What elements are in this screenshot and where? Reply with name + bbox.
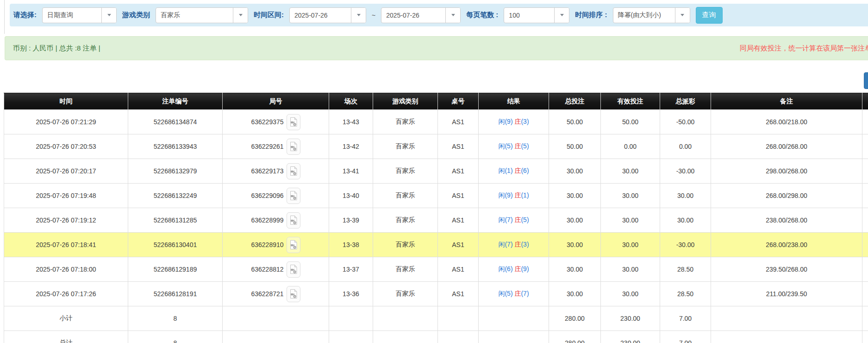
cell-bet-id: 522686133943 xyxy=(128,134,223,159)
video-replay-button[interactable] xyxy=(287,163,300,179)
caret-glyph xyxy=(451,14,455,16)
cell-payout: 28.50 xyxy=(660,257,711,282)
cell-valid-bet: 30.00 xyxy=(601,159,660,184)
cell-total-bet[interactable]: 30.00 xyxy=(549,282,601,306)
cell-table-no: AS1 xyxy=(438,233,479,257)
result-banker-num: (9) xyxy=(521,265,529,273)
result-player: 闲(7) xyxy=(498,241,514,248)
export-button[interactable] xyxy=(864,72,868,89)
table-body: 2025-07-26 07:21:29 522686134874 6362293… xyxy=(4,110,868,306)
video-replay-button[interactable] xyxy=(287,139,300,155)
cell-round: 636229096 xyxy=(251,192,283,199)
cell-time: 2025-07-26 07:21:29 xyxy=(4,110,128,134)
cell-total-bet[interactable]: 30.00 xyxy=(549,233,601,257)
cell-total-bet[interactable]: 30.00 xyxy=(549,257,601,282)
col-stub xyxy=(862,93,868,110)
bets-table: 时间 注单编号 局号 场次 游戏类别 桌号 结果 总投注 有效投注 总派彩 备注… xyxy=(4,93,868,343)
cell-valid-bet: 0.00 xyxy=(601,134,660,159)
video-replay-button[interactable] xyxy=(287,212,300,229)
search-button[interactable]: 查询 xyxy=(696,7,723,24)
video-file-icon xyxy=(289,264,298,274)
currency-total-text: 币别 : 人民币 | 总共 :8 注单 | xyxy=(13,37,100,60)
cell-payout: 0.00 xyxy=(660,134,711,159)
query-type-select[interactable]: 日期查询 xyxy=(42,7,117,23)
cell-result: 闲(9) 庄(1) xyxy=(479,184,549,208)
video-replay-button[interactable] xyxy=(287,237,300,253)
chevron-down-icon[interactable] xyxy=(554,8,569,23)
page-size-select[interactable]: 100 xyxy=(504,7,569,23)
cell-total-bet[interactable]: 50.00 xyxy=(549,110,601,134)
cell-valid-bet: 30.00 xyxy=(601,184,660,208)
subtotal-valid-bet: 230.00 xyxy=(601,306,660,331)
cell-round: 636228910 xyxy=(251,241,283,248)
col-remark: 备注 xyxy=(711,93,862,110)
date-from-select[interactable]: 2025-07-26 xyxy=(289,7,366,23)
cell-valid-bet: 30.00 xyxy=(601,233,660,257)
cell-time: 2025-07-26 07:20:17 xyxy=(4,159,128,184)
cell-payout: 30.00 xyxy=(660,184,711,208)
chevron-down-icon[interactable] xyxy=(445,8,460,23)
cell-result: 闲(6) 庄(9) xyxy=(479,257,549,282)
cell-result: 闲(5) 庄(5) xyxy=(479,134,549,159)
video-file-icon xyxy=(289,166,298,176)
subtotal-total-bet: 280.00 xyxy=(549,306,601,331)
cell-total-bet[interactable]: 30.00 xyxy=(549,208,601,233)
date-to-select[interactable]: 2025-07-26 xyxy=(381,7,461,23)
table-row: 2025-07-26 07:19:12 522686131285 6362289… xyxy=(4,208,868,233)
cell-round: 636228812 xyxy=(251,266,283,273)
total-valid-bet: 230.00 xyxy=(601,331,660,343)
chevron-down-icon[interactable] xyxy=(351,8,366,23)
game-category-value: 百家乐 xyxy=(156,11,233,19)
total-total-bet: 280.00 xyxy=(549,331,601,343)
total-payout: 7.00 xyxy=(660,331,711,343)
time-sort-select[interactable]: 降幂(由大到小) xyxy=(613,7,690,23)
game-category-label: 游戏类别 xyxy=(122,11,150,19)
cell-total-bet[interactable]: 30.00 xyxy=(549,159,601,184)
cell-session: 13-39 xyxy=(329,208,373,233)
col-round: 局号 xyxy=(223,93,329,110)
result-banker-num: (3) xyxy=(521,118,529,125)
cell-time: 2025-07-26 07:20:53 xyxy=(4,134,128,159)
chevron-down-icon[interactable] xyxy=(675,8,690,23)
result-banker: 庄 xyxy=(514,167,521,174)
query-type-value: 日期查询 xyxy=(43,11,101,19)
video-replay-button[interactable] xyxy=(287,286,300,302)
col-game: 游戏类别 xyxy=(373,93,438,110)
summary-bar: 币别 : 人民币 | 总共 :8 注单 | 同局有效投注，统一计算在该局第一张注… xyxy=(5,36,868,60)
cell-time: 2025-07-26 07:17:26 xyxy=(4,282,128,306)
cell-bet-id: 522686131285 xyxy=(128,208,223,233)
cell-remark: 268.00/268.00 xyxy=(711,134,862,159)
cell-remark: 211.00/239.50 xyxy=(711,282,862,306)
result-player: 闲(5) xyxy=(498,142,514,150)
cell-game: 百家乐 xyxy=(373,257,438,282)
video-replay-button[interactable] xyxy=(287,188,300,204)
cell-game: 百家乐 xyxy=(373,233,438,257)
total-row: 总计 8 280.00 230.00 7.00 xyxy=(4,331,868,343)
result-banker: 庄 xyxy=(514,216,521,223)
col-time: 时间 xyxy=(4,93,128,110)
video-file-icon xyxy=(289,289,298,299)
result-banker: 庄 xyxy=(514,265,521,273)
page-size-value: 100 xyxy=(504,12,554,19)
result-banker: 庄 xyxy=(514,118,521,125)
cell-round: 636229261 xyxy=(251,143,283,150)
cell-game: 百家乐 xyxy=(373,134,438,159)
cell-valid-bet: 30.00 xyxy=(601,257,660,282)
col-result: 结果 xyxy=(479,93,549,110)
cell-remark: 268.00/238.00 xyxy=(711,233,862,257)
chevron-down-icon[interactable] xyxy=(101,8,116,23)
cell-total-bet[interactable]: 50.00 xyxy=(549,134,601,159)
caret-glyph xyxy=(560,14,564,16)
cell-total-bet[interactable]: 30.00 xyxy=(549,184,601,208)
chevron-down-icon[interactable] xyxy=(233,8,248,23)
result-banker: 庄 xyxy=(514,290,521,297)
cell-table-no: AS1 xyxy=(438,159,479,184)
cell-bet-id: 522686129189 xyxy=(128,257,223,282)
video-replay-button[interactable] xyxy=(287,261,300,278)
game-category-select[interactable]: 百家乐 xyxy=(156,7,248,23)
cell-remark: 268.00/298.00 xyxy=(711,184,862,208)
video-replay-button[interactable] xyxy=(287,114,300,130)
cell-remark: 268.00/218.00 xyxy=(711,110,862,134)
cell-result: 闲(7) 庄(5) xyxy=(479,208,549,233)
cell-game: 百家乐 xyxy=(373,282,438,306)
